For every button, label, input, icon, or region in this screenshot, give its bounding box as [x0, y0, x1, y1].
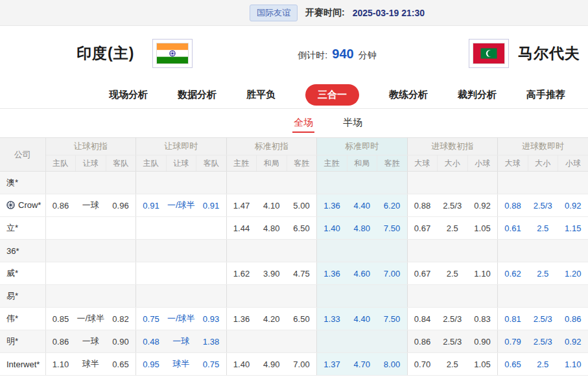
- odds-cell[interactable]: 0.65: [498, 353, 528, 376]
- odds-cell[interactable]: 0.67: [407, 262, 438, 285]
- odds-cell[interactable]: 3.90: [257, 262, 287, 285]
- odds-cell[interactable]: 一球: [76, 330, 106, 353]
- odds-cell[interactable]: 0.84: [407, 308, 438, 330]
- odds-cell[interactable]: 7.50: [377, 308, 408, 330]
- odds-cell[interactable]: 0.90: [467, 330, 498, 353]
- odds-cell[interactable]: 2.5/3: [438, 330, 468, 353]
- odds-cell[interactable]: 1.38: [196, 330, 227, 353]
- scope-tab-1[interactable]: 半场: [342, 113, 364, 133]
- odds-cell[interactable]: 0.91: [136, 194, 167, 217]
- odds-cell[interactable]: 6.50: [287, 308, 317, 330]
- company-name[interactable]: 明*: [0, 330, 45, 353]
- odds-cell[interactable]: 6.20: [377, 194, 408, 217]
- odds-cell[interactable]: 4.20: [257, 308, 287, 330]
- odds-cell[interactable]: 4.60: [347, 262, 377, 285]
- odds-cell[interactable]: 0.93: [196, 308, 227, 330]
- nav-tab-4[interactable]: 教练分析: [389, 89, 428, 101]
- odds-cell[interactable]: 1.40: [226, 353, 257, 376]
- league-badge[interactable]: 国际友谊: [250, 5, 298, 21]
- odds-cell[interactable]: 7.00: [377, 262, 408, 285]
- odds-cell[interactable]: 4.40: [347, 194, 377, 217]
- nav-tab-3[interactable]: 三合一: [305, 84, 359, 106]
- company-name[interactable]: 易*: [0, 285, 45, 308]
- odds-cell[interactable]: 4.90: [257, 353, 287, 376]
- odds-cell[interactable]: 0.90: [106, 330, 136, 353]
- odds-cell[interactable]: 一球: [76, 194, 106, 217]
- odds-cell[interactable]: 4.40: [347, 308, 377, 330]
- odds-cell[interactable]: 0.95: [136, 353, 167, 376]
- odds-cell[interactable]: 0.92: [558, 330, 588, 353]
- odds-cell[interactable]: 0.75: [136, 308, 167, 330]
- odds-cell[interactable]: 1.36: [226, 308, 257, 330]
- odds-cell[interactable]: 7.50: [377, 217, 408, 240]
- odds-cell[interactable]: 0.91: [196, 194, 227, 217]
- odds-cell[interactable]: 一/球半: [76, 308, 106, 330]
- odds-cell[interactable]: 0.86: [558, 308, 588, 330]
- company-name[interactable]: 36*: [0, 240, 45, 262]
- odds-cell[interactable]: 0.48: [136, 330, 167, 353]
- odds-cell[interactable]: 1.10: [558, 353, 588, 376]
- odds-cell[interactable]: 1.40: [317, 217, 347, 240]
- odds-cell[interactable]: 1.15: [558, 217, 588, 240]
- odds-cell[interactable]: 2.5: [438, 217, 468, 240]
- odds-cell[interactable]: 0.92: [467, 194, 498, 217]
- odds-cell[interactable]: 6.50: [287, 217, 317, 240]
- odds-cell[interactable]: 0.81: [498, 308, 528, 330]
- company-name[interactable]: 立*: [0, 217, 45, 240]
- odds-cell[interactable]: 0.67: [407, 217, 438, 240]
- odds-cell[interactable]: 0.92: [558, 194, 588, 217]
- odds-cell[interactable]: 2.5/3: [528, 330, 558, 353]
- odds-cell[interactable]: 1.10: [467, 262, 498, 285]
- odds-cell[interactable]: 5.00: [287, 194, 317, 217]
- nav-tab-6[interactable]: 高手推荐: [526, 89, 565, 101]
- odds-cell[interactable]: 1.05: [467, 217, 498, 240]
- odds-cell[interactable]: 1.05: [467, 353, 498, 376]
- odds-cell[interactable]: 2.5: [528, 217, 558, 240]
- odds-cell[interactable]: 1.37: [317, 353, 347, 376]
- nav-tab-0[interactable]: 现场分析: [109, 89, 148, 101]
- odds-cell[interactable]: 0.86: [45, 330, 76, 353]
- odds-cell[interactable]: 1.36: [317, 262, 347, 285]
- odds-cell[interactable]: 0.86: [407, 330, 438, 353]
- odds-cell[interactable]: 2.5/3: [438, 194, 468, 217]
- odds-cell[interactable]: 0.82: [106, 308, 136, 330]
- odds-cell[interactable]: 1.36: [317, 194, 347, 217]
- odds-cell[interactable]: 2.5: [438, 353, 468, 376]
- odds-cell[interactable]: 1.62: [226, 262, 257, 285]
- odds-cell[interactable]: 1.47: [226, 194, 257, 217]
- odds-cell[interactable]: 1.20: [558, 262, 588, 285]
- odds-cell[interactable]: 一/球半: [166, 308, 196, 330]
- company-name[interactable]: 伟*: [0, 308, 45, 330]
- odds-cell[interactable]: 4.10: [257, 194, 287, 217]
- odds-cell[interactable]: 4.75: [287, 262, 317, 285]
- odds-cell[interactable]: 0.65: [106, 353, 136, 376]
- odds-cell[interactable]: 0.79: [498, 330, 528, 353]
- odds-cell[interactable]: 球半: [166, 353, 196, 376]
- odds-cell[interactable]: 2.5/3: [528, 308, 558, 330]
- odds-cell[interactable]: 2.5: [438, 262, 468, 285]
- odds-cell[interactable]: 1.10: [45, 353, 76, 376]
- odds-cell[interactable]: 1.33: [317, 308, 347, 330]
- company-name[interactable]: 威*: [0, 262, 45, 285]
- odds-cell[interactable]: 0.62: [498, 262, 528, 285]
- odds-cell[interactable]: 1.44: [226, 217, 257, 240]
- odds-cell[interactable]: 0.96: [106, 194, 136, 217]
- scope-tab-0[interactable]: 全场: [292, 113, 314, 133]
- odds-cell[interactable]: 0.75: [196, 353, 227, 376]
- odds-cell[interactable]: 0.83: [467, 308, 498, 330]
- odds-cell[interactable]: 0.86: [45, 194, 76, 217]
- odds-cell[interactable]: 0.70: [407, 353, 438, 376]
- odds-cell[interactable]: 2.5/3: [438, 308, 468, 330]
- odds-cell[interactable]: 一/球半: [166, 194, 196, 217]
- odds-cell[interactable]: 2.5: [528, 262, 558, 285]
- company-name[interactable]: 澳*: [0, 172, 45, 194]
- nav-tab-2[interactable]: 胜平负: [246, 89, 276, 101]
- odds-cell[interactable]: 0.88: [407, 194, 438, 217]
- odds-cell[interactable]: 8.00: [377, 353, 408, 376]
- odds-cell[interactable]: 2.5/3: [528, 194, 558, 217]
- odds-cell[interactable]: 7.00: [287, 353, 317, 376]
- company-name[interactable]: Interwet*: [0, 353, 45, 376]
- odds-cell[interactable]: 0.88: [498, 194, 528, 217]
- odds-cell[interactable]: 球半: [76, 353, 106, 376]
- odds-cell[interactable]: 一球: [166, 330, 196, 353]
